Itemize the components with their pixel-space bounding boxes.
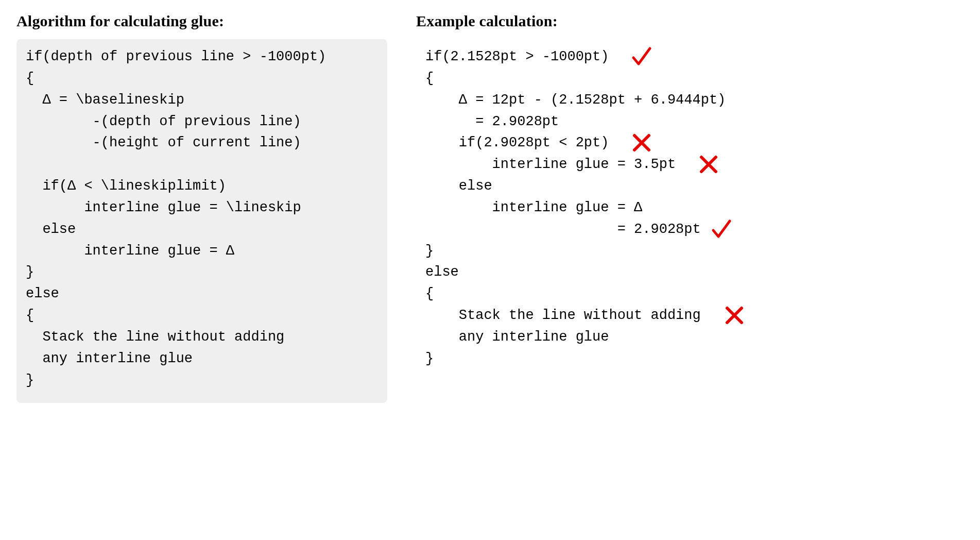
left-column: Algorithm for calculating glue: if(depth… <box>16 12 387 403</box>
cross-icon <box>631 132 652 153</box>
check-icon <box>631 46 652 67</box>
code-line: if(depth of previous line > -1000pt) <box>26 46 378 68</box>
code-line: interline glue = Δ <box>26 241 378 262</box>
code-line: -(depth of previous line) <box>26 111 378 133</box>
code-line: else <box>26 219 378 241</box>
algorithm-code-block: if(depth of previous line > -1000pt){ Δ … <box>16 39 387 403</box>
example-code-block: if(2.1528pt > -1000pt){ Δ = 12pt - (2.15… <box>416 39 818 381</box>
code-line: else <box>425 176 809 197</box>
code-line: { <box>425 68 809 90</box>
code-line: Stack the line without adding <box>26 327 378 348</box>
check-icon <box>711 219 732 240</box>
code-line: interline glue = \lineskip <box>26 197 378 219</box>
code-line: Δ = 12pt - (2.1528pt + 6.9444pt) <box>425 90 809 111</box>
code-line: if(2.1528pt > -1000pt) <box>425 46 809 68</box>
code-line: = 2.9028pt <box>425 111 809 133</box>
code-line: { <box>26 68 378 90</box>
code-line: if(2.9028pt < 2pt) <box>425 132 809 154</box>
right-heading: Example calculation: <box>416 12 818 30</box>
cross-icon <box>724 305 745 326</box>
code-line: } <box>26 370 378 392</box>
code-line: -(height of current line) <box>26 132 378 154</box>
code-line: Δ = \baselineskip <box>26 90 378 111</box>
code-line: else <box>26 283 378 305</box>
code-line: } <box>26 262 378 283</box>
code-line: interline glue = 3.5pt <box>425 154 809 176</box>
code-line: { <box>26 305 378 327</box>
code-line <box>26 154 378 176</box>
code-line: Stack the line without adding <box>425 305 809 327</box>
two-column-layout: Algorithm for calculating glue: if(depth… <box>16 12 964 403</box>
code-line: any interline glue <box>26 348 378 370</box>
code-line: } <box>425 348 809 370</box>
cross-icon <box>698 154 719 175</box>
code-line: { <box>425 283 809 305</box>
code-line: any interline glue <box>425 327 809 348</box>
code-line: } <box>425 241 809 262</box>
code-line: if(Δ < \lineskiplimit) <box>26 176 378 197</box>
left-heading: Algorithm for calculating glue: <box>16 12 387 30</box>
code-line: = 2.9028pt <box>425 219 809 241</box>
code-line: interline glue = Δ <box>425 197 809 219</box>
code-line: else <box>425 262 809 283</box>
right-column: Example calculation: if(2.1528pt > -1000… <box>416 12 818 381</box>
